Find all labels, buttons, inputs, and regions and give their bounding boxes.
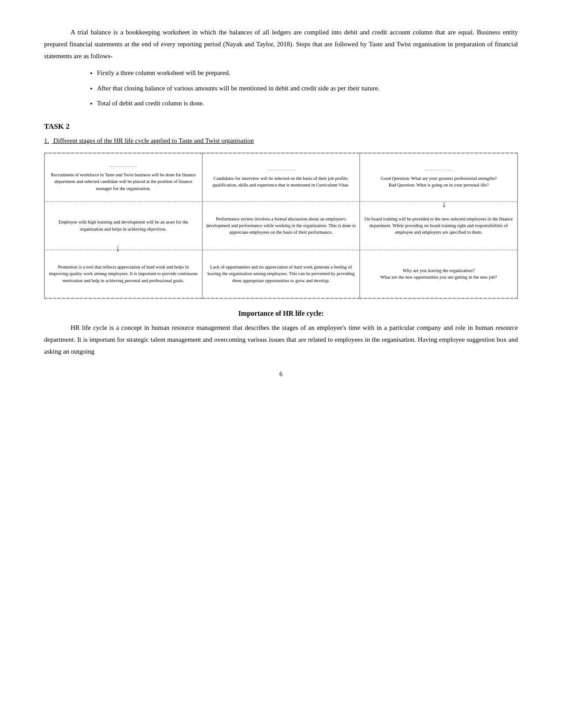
section-heading: 1. Different stages of the HR life cycle… [44,137,518,145]
arrow-down-col0: ↓ [115,241,120,255]
bullet-item-3: Total of debit and credit column is done… [97,97,518,110]
diagram-cell-1-0: Employee with high learning and developm… [45,202,202,250]
diagram-cell-text-1-0: Employee with high learning and developm… [48,219,198,232]
diagram-cell-text-0-1: Candidates for interview will be selecte… [206,175,356,188]
diagram-cell-text-2-0: Promotion is a tool that reflects apprec… [48,264,198,284]
arrow-down-col2: ↓ [442,197,447,211]
bullet-list: Firstly a three column worksheet will be… [97,67,518,110]
importance-paragraph: HR life cycle is a concept in human reso… [44,322,518,358]
diagram-cell-0-0: - - - - - - - - - - Recruitment of workf… [45,153,202,202]
diagram-cell-text-2-2: Why are you leaving the organization? Wh… [380,267,497,280]
diagram-cell-text-1-1: Performance review involves a formal dis… [206,216,356,236]
bullet-item-2: After that closing balance of various am… [97,82,518,95]
intro-paragraph: A trial balance is a bookkeeping workshe… [44,26,518,62]
diagram-cell-0-2: - - - - - - - - - - Good Question: What … [360,153,517,202]
diagram-cell-2-1: Lack of opportunities and no appreciatio… [202,250,360,299]
page: A trial balance is a bookkeeping workshe… [0,0,562,728]
diagram-cell-0-1: - - - - - - - - - - Candidates for inter… [202,153,360,202]
bullet-item-1: Firstly a three column worksheet will be… [97,67,518,79]
page-number: 6 [44,371,518,378]
diagram-cell-2-0: ↓ Promotion is a tool that reflects appr… [45,250,202,299]
diagram-cell-text-2-1: Lack of opportunities and no appreciatio… [206,264,356,284]
section-number: 1. [44,137,49,144]
section-title: Different stages of the HR life cycle ap… [53,137,254,144]
importance-heading: Importance of HR life cycle: [44,310,518,317]
hr-lifecycle-diagram: - - - - - - - - - - Recruitment of workf… [44,153,518,299]
diagram-cell-text-1-2: On board training will be provided to th… [364,216,514,236]
diagram-cell-2-2: Why are you leaving the organization? Wh… [360,250,517,299]
task-heading: TASK 2 [44,122,518,131]
diagram-cell-text-0-2: Good Question: What are your greatest pr… [380,175,497,188]
diagram-cell-1-2: On board training will be provided to th… [360,202,517,250]
diagram-cell-text-0-0: Recruitment of workforce in Taste and Tw… [48,172,198,192]
diagram-cell-1-1: Performance review involves a formal dis… [202,202,360,250]
